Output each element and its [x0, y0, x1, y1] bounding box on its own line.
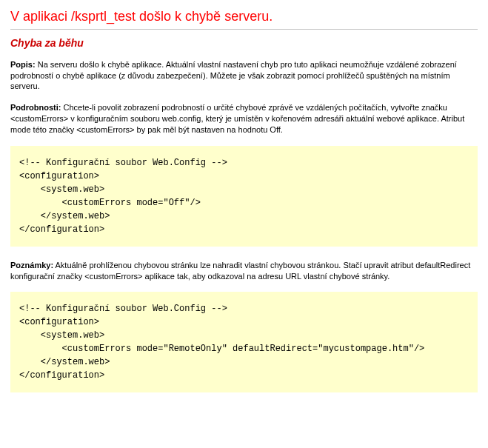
details-text: Chcete-li povolit zobrazení podrobností … — [10, 103, 464, 134]
description-text: Na serveru došlo k chybě aplikace. Aktuá… — [10, 60, 457, 91]
code-line: <!-- Konfigurační soubor Web.Config --> — [19, 156, 469, 170]
runtime-error-heading: Chyba za běhu — [10, 37, 478, 49]
config-example-off: <!-- Konfigurační soubor Web.Config --> … — [10, 146, 478, 247]
code-line: <customErrors mode="RemoteOnly" defaultR… — [19, 342, 469, 355]
code-line: <configuration> — [19, 170, 469, 183]
page-title: V aplikaci /ksprtl_test došlo k chybě se… — [10, 9, 478, 24]
code-line: </system.web> — [19, 355, 469, 369]
divider — [10, 29, 478, 30]
code-line: <system.web> — [19, 329, 469, 342]
code-line: </configuration> — [19, 223, 469, 236]
description-paragraph: Popis: Na serveru došlo k chybě aplikace… — [10, 59, 478, 93]
config-example-remoteonly: <!-- Konfigurační soubor Web.Config --> … — [10, 292, 478, 392]
notes-text: Aktuálně prohlíženou chybovou stránku lz… — [10, 261, 470, 281]
notes-label: Poznámky: — [10, 261, 53, 270]
description-label: Popis: — [10, 60, 36, 69]
notes-paragraph: Poznámky: Aktuálně prohlíženou chybovou … — [10, 260, 478, 282]
code-line: <!-- Konfigurační soubor Web.Config --> — [19, 302, 469, 315]
details-paragraph: Podrobnosti: Chcete-li povolit zobrazení… — [10, 102, 478, 136]
code-line: <customErrors mode="Off"/> — [19, 196, 469, 210]
code-line: <system.web> — [19, 183, 469, 196]
details-label: Podrobnosti: — [10, 103, 61, 112]
code-line: <configuration> — [19, 315, 469, 329]
code-line: </configuration> — [19, 369, 469, 382]
code-line: </system.web> — [19, 210, 469, 223]
